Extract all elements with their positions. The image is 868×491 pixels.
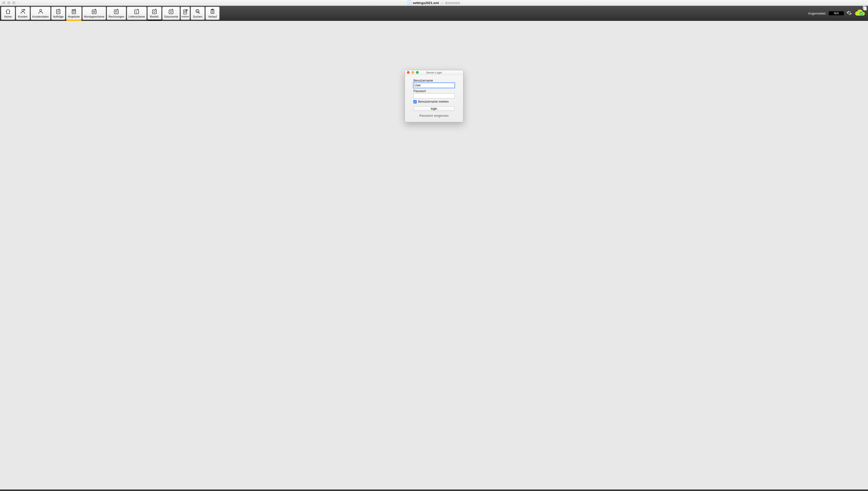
login-button[interactable]: login	[413, 107, 455, 111]
toolbar-item-label: Lieferscheine	[129, 15, 145, 18]
bestell-icon	[151, 8, 158, 14]
toolbar-item-liefer[interactable]: Lieferscheine	[127, 7, 147, 20]
toolbar-item-bestell[interactable]: Bestell.	[147, 7, 162, 20]
svg-rect-22	[864, 7, 867, 10]
toolbar-item-kunden[interactable]: Kunden	[16, 7, 30, 20]
remember-username-label: Benutzername merken	[418, 100, 449, 104]
toolbar-item-label: Home	[4, 15, 11, 18]
toolbar-item-suchen[interactable]: Suchen	[191, 7, 205, 20]
kundendaten-icon	[37, 8, 44, 14]
window-filename: settings2021.xml	[413, 1, 439, 5]
notizen-icon	[182, 8, 189, 15]
username-input[interactable]	[413, 83, 455, 88]
toolbar-item-notizen[interactable]: Notizen	[180, 7, 190, 20]
toolbar-item-label: Suchen	[193, 15, 202, 18]
svg-point-20	[860, 11, 863, 15]
toolbar-item-kundendaten[interactable]: Kundendaten	[31, 7, 51, 20]
window-titlebar: u settings2021.xml — Bearbeitet	[0, 0, 868, 6]
auftraege-icon	[55, 8, 61, 14]
window-title: u settings2021.xml — Bearbeitet	[0, 1, 868, 5]
home-icon	[5, 8, 11, 14]
toolbar-item-label: Montagescheine	[84, 15, 105, 18]
toolbar-item-label: Kunden	[18, 15, 28, 18]
toolbar-item-label: Angebote	[68, 15, 80, 18]
toolbar-item-label: Notizen	[181, 15, 189, 18]
toolbar-item-montage[interactable]: Montagescheine	[82, 7, 106, 20]
document-icon: u	[408, 1, 411, 5]
login-dialog: Server-Login Benutzername Passwort Benut…	[404, 70, 464, 122]
rechnungen-icon	[113, 8, 119, 14]
montage-icon	[91, 8, 97, 14]
toolbar-item-dokumente[interactable]: Dokumente	[162, 7, 180, 20]
angebote-icon	[71, 8, 77, 14]
window-minimize-icon[interactable]	[7, 1, 10, 4]
liefer-icon	[133, 8, 140, 14]
dokumente-icon	[168, 8, 174, 14]
suchen-icon	[194, 8, 201, 14]
toolbar-item-label: Kundendaten	[32, 15, 49, 18]
window-traffic-lights	[2, 1, 15, 4]
settings-gear-icon[interactable]	[846, 10, 852, 17]
toolbar-item-verlauf[interactable]: Verlauf	[205, 7, 220, 20]
forgot-password-link[interactable]: Passwort vergessen	[413, 114, 455, 117]
toolbar-item-label: Bestell.	[150, 15, 159, 18]
toolbar-item-rechnungen[interactable]: Rechnungen	[107, 7, 126, 20]
window-zoom-icon[interactable]	[12, 1, 15, 4]
toolbar-item-label: Verlauf	[208, 15, 217, 18]
password-input[interactable]	[413, 93, 455, 98]
remember-username-checkbox[interactable]	[413, 100, 417, 104]
logged-in-value: N/A	[829, 11, 844, 15]
password-label: Passwort	[413, 89, 455, 93]
toolbar-item-angebote[interactable]: Angebote	[66, 7, 81, 20]
login-dialog-titlebar: Server-Login	[405, 70, 463, 75]
bottom-bar	[0, 490, 868, 491]
window-close-icon[interactable]	[2, 1, 5, 4]
window-separator: —	[441, 1, 444, 5]
toolbar-item-label: Rechnungen	[109, 15, 124, 18]
toolbar-item-label: Dokumente	[164, 15, 178, 18]
window-status: Bearbeitet	[445, 1, 460, 5]
main-toolbar: HomeKundenKundendatenAufträgeAngeboteMon…	[0, 6, 868, 21]
toolbar-item-label: Aufträge	[53, 15, 64, 18]
kunden-icon	[20, 8, 26, 14]
verlauf-icon	[209, 8, 216, 14]
corner-document-icon[interactable]	[862, 5, 868, 12]
login-minimize-icon[interactable]	[411, 71, 414, 74]
login-zoom-icon[interactable]	[416, 71, 419, 74]
workspace: Server-Login Benutzername Passwort Benut…	[0, 21, 868, 490]
logged-in-label: Angemeldet:	[808, 11, 826, 15]
login-close-icon[interactable]	[407, 71, 410, 74]
username-label: Benutzername	[413, 79, 455, 82]
toolbar-item-home[interactable]: Home	[1, 7, 15, 20]
toolbar-item-auftraege[interactable]: Aufträge	[51, 7, 65, 20]
